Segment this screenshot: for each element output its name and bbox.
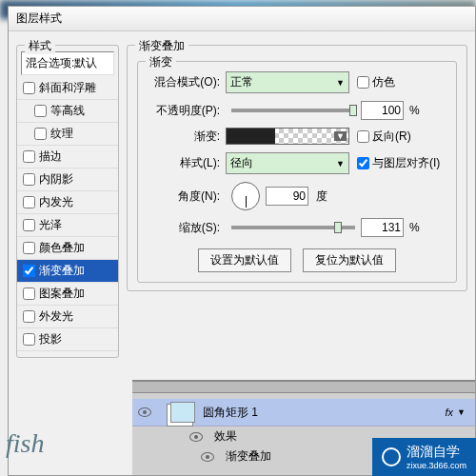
satin-checkbox[interactable] <box>23 219 35 231</box>
pattern-overlay-checkbox[interactable] <box>23 288 35 300</box>
opacity-label: 不透明度(P): <box>149 103 226 119</box>
chevron-down-icon[interactable]: ▼ <box>457 407 466 417</box>
stroke-checkbox[interactable] <box>23 150 35 163</box>
chevron-down-icon: ▼ <box>336 78 345 88</box>
gradient-label: 渐变: <box>149 129 226 145</box>
style-item-inner-shadow[interactable]: 内阴影 <box>17 169 118 191</box>
inner-glow-checkbox[interactable] <box>23 196 35 208</box>
style-dropdown[interactable]: 径向 ▼ <box>226 152 349 174</box>
dialog-title: 图层样式 <box>9 7 475 31</box>
scale-label: 缩放(S): <box>149 220 226 236</box>
style-item-pattern-overlay[interactable]: 图案叠加 <box>17 283 118 306</box>
scale-slider[interactable] <box>231 226 355 229</box>
drop-shadow-checkbox[interactable] <box>23 333 35 346</box>
contour-checkbox[interactable] <box>34 105 47 117</box>
main-panel: 渐变叠加 渐变 混合模式(O): 正常 ▼ 仿色 <box>119 39 475 358</box>
style-item-gradient-overlay[interactable]: 渐变叠加 <box>17 260 118 283</box>
inner-shadow-checkbox[interactable] <box>23 173 35 186</box>
zixue-logo-icon <box>382 447 401 466</box>
visibility-eye-icon[interactable] <box>138 407 151 417</box>
style-sidebar: 样式 混合选项:默认 斜面和浮雕 等高线 纹理 描边 <box>16 39 119 358</box>
texture-checkbox[interactable] <box>34 128 47 140</box>
opacity-input[interactable] <box>361 101 404 120</box>
layer-name: 圆角矩形 1 <box>203 405 258 421</box>
style-item-stroke[interactable]: 描边 <box>17 146 118 169</box>
style-item-outer-glow[interactable]: 外发光 <box>17 306 118 328</box>
reverse-checkbox[interactable] <box>357 130 369 143</box>
style-label: 样式(L): <box>149 155 226 171</box>
fish-watermark: fish <box>6 428 44 459</box>
gradient-group-label: 渐变 <box>146 54 176 70</box>
style-item-inner-glow[interactable]: 内发光 <box>17 191 118 214</box>
style-item-drop-shadow[interactable]: 投影 <box>17 328 118 351</box>
blend-mode-dropdown[interactable]: 正常 ▼ <box>226 71 349 93</box>
chevron-down-icon: ▼ <box>336 159 345 169</box>
gradient-overlay-checkbox[interactable] <box>23 265 35 277</box>
set-default-button[interactable]: 设置为默认值 <box>198 248 291 272</box>
bevel-checkbox[interactable] <box>23 82 35 94</box>
style-item-satin[interactable]: 光泽 <box>17 214 118 237</box>
gradient-preview[interactable]: ▼ <box>226 128 349 145</box>
section-title: 渐变叠加 <box>135 38 188 54</box>
style-item-texture[interactable]: 纹理 <box>17 123 118 146</box>
visibility-eye-icon[interactable] <box>189 432 203 442</box>
dither-checkbox[interactable] <box>357 76 369 89</box>
scale-input[interactable] <box>361 218 404 237</box>
layer-style-dialog: 图层样式 样式 混合选项:默认 斜面和浮雕 等高线 纹理 <box>8 6 476 476</box>
layer-thumbnail[interactable] <box>170 402 195 423</box>
reset-default-button[interactable]: 复位为默认值 <box>303 248 396 272</box>
sidebar-label: 样式 <box>25 38 55 54</box>
color-overlay-checkbox[interactable] <box>23 242 35 254</box>
zixue-watermark: 溜溜自学 zixue.3d66.com <box>372 438 476 476</box>
angle-input[interactable] <box>266 187 308 206</box>
angle-label: 角度(N): <box>149 188 226 205</box>
outer-glow-checkbox[interactable] <box>23 310 35 323</box>
opacity-slider[interactable] <box>231 109 355 112</box>
chevron-down-icon: ▼ <box>334 131 347 141</box>
layer-row[interactable]: 圆角矩形 1 fx ▼ <box>132 399 475 426</box>
blend-mode-label: 混合模式(O): <box>149 74 226 90</box>
style-item-bevel[interactable]: 斜面和浮雕 <box>17 77 118 100</box>
blend-options-default[interactable]: 混合选项:默认 <box>21 51 114 75</box>
visibility-eye-icon[interactable] <box>201 452 214 462</box>
style-item-color-overlay[interactable]: 颜色叠加 <box>17 237 118 260</box>
angle-dial[interactable] <box>231 182 260 210</box>
fx-badge[interactable]: fx <box>446 407 454 418</box>
style-item-contour[interactable]: 等高线 <box>17 100 118 123</box>
align-checkbox[interactable] <box>357 157 369 169</box>
